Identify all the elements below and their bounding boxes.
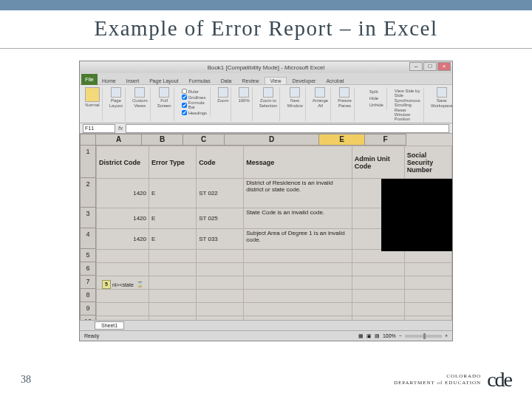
select-all-corner[interactable] (80, 134, 96, 146)
ribbon-winopts: Split Hide Unhide (359, 87, 387, 109)
cell[interactable]: Subject Area of Degree 1 is an invalid c… (244, 229, 352, 250)
zoom-out[interactable]: − (399, 333, 402, 338)
sheet-tab[interactable]: Sheet1 (95, 321, 124, 330)
view-normal-icon[interactable]: ▦ (358, 333, 364, 339)
row-7[interactable]: 7 (80, 276, 96, 289)
cell[interactable]: 1420 (97, 208, 149, 229)
col-C[interactable]: C (183, 134, 225, 146)
normal-icon (85, 87, 100, 102)
customviews-icon (134, 87, 145, 98)
ribbon-freeze[interactable]: Freeze Panes (335, 87, 355, 121)
row-9[interactable]: 9 (80, 302, 96, 316)
row-6[interactable]: 6 (80, 262, 96, 276)
col-A[interactable]: A (96, 134, 142, 146)
cell[interactable]: District Code (97, 146, 149, 179)
savews-icon (437, 87, 447, 98)
ribbon-savews[interactable]: Save Workspace (429, 87, 452, 121)
ribbon-newwin[interactable]: New Window (284, 87, 305, 121)
col-B[interactable]: B (142, 134, 183, 146)
ribbon-fullscreen[interactable]: Full Screen (155, 87, 174, 121)
tab-view[interactable]: View (265, 77, 286, 84)
table-row (97, 290, 452, 303)
row-2[interactable]: 2 (80, 178, 96, 208)
ribbon-pagelayout[interactable]: Page Layout (107, 87, 126, 121)
cell[interactable]: Social Security Number (404, 146, 451, 179)
chk-ruler[interactable]: Ruler (182, 89, 207, 94)
formula-bar: F11 fx (80, 123, 452, 134)
cell[interactable]: State Code is an invalid code. (244, 208, 352, 229)
cell[interactable]: Code (197, 146, 244, 179)
name-box[interactable]: F11 (83, 124, 115, 133)
row-1[interactable]: 1 (80, 146, 96, 178)
zoom-in[interactable]: + (445, 333, 448, 338)
col-E[interactable]: E (319, 134, 365, 146)
row-5[interactable]: 5 (80, 249, 96, 262)
tab-home[interactable]: Home (98, 78, 120, 84)
ribbon-100[interactable]: 100% (236, 87, 252, 121)
maximize-button[interactable]: □ (423, 62, 437, 71)
tab-acrobat[interactable]: Acrobat (321, 78, 348, 84)
ribbon-zoomsel[interactable]: Zoom to Selection (257, 87, 281, 121)
opt-resetwin[interactable]: Reset Window Position (395, 108, 420, 121)
cell[interactable]: E (149, 229, 197, 250)
ribbon-arrange[interactable]: Arrange All (310, 87, 331, 121)
file-tab[interactable]: File (81, 74, 98, 85)
arrange-icon (315, 87, 325, 98)
col-F[interactable]: F (365, 134, 406, 146)
row-8[interactable]: 8 (80, 289, 96, 302)
opt-hide[interactable]: Hide (362, 95, 383, 101)
ribbon-customviews[interactable]: Custom Views (130, 87, 151, 121)
zoom-slider[interactable] (405, 335, 442, 338)
tab-data[interactable]: Data (216, 78, 236, 84)
opt-sidebyside[interactable]: View Side by Side (395, 89, 420, 98)
excel-window: Book1 [Compatibility Mode] - Microsoft E… (79, 61, 453, 341)
fx-icon[interactable]: fx (118, 125, 123, 132)
chk-gridlines[interactable]: Gridlines (182, 95, 207, 100)
cell[interactable]: 1420 (97, 179, 149, 208)
table-row (97, 263, 452, 276)
cell[interactable]: Error Type (149, 146, 197, 179)
view-break-icon[interactable]: ▤ (375, 333, 380, 339)
tab-review[interactable]: Review (238, 78, 264, 84)
split-icon (362, 89, 368, 95)
opt-unhide[interactable]: Unhide (362, 102, 383, 108)
anim-tag-text: nl><state (112, 282, 134, 287)
animation-tag: 5 nl><state ⌛ (102, 279, 146, 290)
cell[interactable]: ST 022 (197, 179, 244, 208)
pagelayout-icon (111, 87, 121, 98)
cell[interactable]: Admin Unit Code (352, 146, 404, 179)
formula-input[interactable] (126, 124, 449, 133)
row-3[interactable]: 3 (80, 208, 96, 228)
chk-headings[interactable]: Headings (182, 110, 207, 115)
row-headers: 1 2 3 4 5 6 7 8 9 10 (80, 146, 96, 329)
tab-insert[interactable]: Insert (122, 78, 144, 84)
cell[interactable]: 1420 (97, 229, 149, 250)
cell[interactable]: ST 033 (197, 229, 244, 250)
ribbon-zoom[interactable]: Zoom (215, 87, 231, 121)
col-D[interactable]: D (225, 134, 319, 146)
tab-developer[interactable]: Developer (288, 78, 321, 84)
window-titlebar[interactable]: Book1 [Compatibility Mode] - Microsoft E… (80, 61, 452, 73)
cell[interactable]: Message (244, 146, 352, 179)
tab-pagelayout[interactable]: Page Layout (145, 78, 183, 84)
cell[interactable]: ST 025 (197, 208, 244, 229)
row-4[interactable]: 4 (80, 228, 96, 249)
ribbon-normal[interactable]: Normal (83, 87, 103, 121)
unhide-icon (362, 102, 368, 108)
window-controls: – □ × (409, 62, 451, 71)
sheet-tabs: Sheet1 (80, 320, 452, 330)
close-button[interactable]: × (437, 62, 451, 71)
cell[interactable]: E (149, 179, 197, 208)
minimize-button[interactable]: – (409, 62, 423, 71)
tab-formulas[interactable]: Formulas (185, 78, 215, 84)
opt-split[interactable]: Split (362, 89, 383, 95)
opt-syncscroll[interactable]: Synchronous Scrolling (395, 98, 420, 107)
hourglass-icon: ⌛ (135, 279, 146, 290)
table-row (97, 276, 452, 290)
view-page-icon[interactable]: ▣ (366, 333, 372, 339)
cell[interactable]: E (149, 208, 197, 229)
cell[interactable]: District of Residence is an invalid dist… (244, 179, 352, 208)
footer: 38 COLORADO DEPARTMENT of EDUCATION cde (0, 368, 532, 392)
spreadsheet-grid: A B C D E F 1 2 3 4 5 6 7 8 9 10 Distric… (80, 134, 452, 333)
chk-formula[interactable]: Formula Bar (182, 100, 207, 109)
